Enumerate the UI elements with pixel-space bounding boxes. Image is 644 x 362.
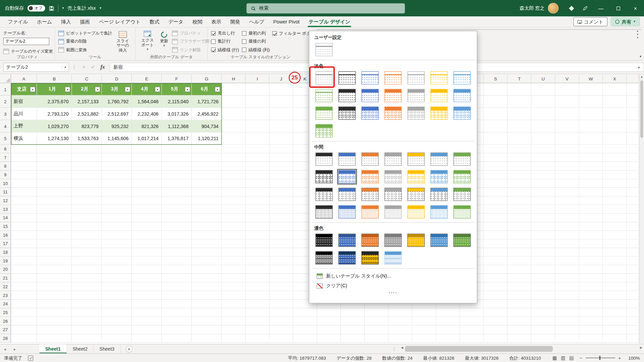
accessibility-icon[interactable] [28,355,33,361]
cell-G6[interactable] [192,145,222,154]
cell-V17[interactable] [555,239,579,248]
cell-E18[interactable] [132,248,162,257]
cell-Q27[interactable] [436,325,460,334]
new-table-style-menu-item[interactable]: 新しいテーブル スタイル(N)... [314,271,472,281]
cell-H12[interactable] [222,196,246,205]
row-header-13[interactable]: 13 [0,205,11,214]
cell-C23[interactable] [72,291,102,300]
cell-W18[interactable] [579,248,603,257]
cell-I18[interactable] [246,248,269,257]
cell-L26[interactable] [317,317,341,325]
cell-X28[interactable] [603,334,627,343]
cell-V8[interactable] [555,162,579,171]
table-style-swatch[interactable] [314,105,334,121]
cell-S18[interactable] [484,248,507,257]
cell-X8[interactable] [603,162,627,171]
cell-F17[interactable] [162,239,192,248]
cell-E26[interactable] [132,317,162,325]
table-cell[interactable]: 2,115,040 [162,96,192,108]
row-header-25[interactable]: 25 [0,308,11,317]
ribbon-tab-1[interactable]: ホーム [33,16,57,27]
cell-G8[interactable] [192,162,222,171]
cell-X17[interactable] [603,239,627,248]
cell-D19[interactable] [102,257,132,265]
cell-C8[interactable] [72,162,102,171]
cell-K26[interactable] [293,317,317,325]
cell-H9[interactable] [222,171,246,179]
cell-W10[interactable] [579,179,603,188]
cell-V6[interactable] [555,145,579,154]
horizontal-scroll-thumb[interactable] [405,346,553,352]
cell-W14[interactable] [579,214,603,222]
cell-V3[interactable] [555,108,579,120]
cell-V14[interactable] [555,214,579,222]
cell-A27[interactable] [11,325,37,334]
ribbon-tab-11[interactable]: Power Pivot [269,16,304,27]
document-title[interactable]: 売上集計.xlsx [67,5,96,11]
table-cell[interactable]: 1,029,270 [37,120,72,132]
cell-N25[interactable] [365,308,388,317]
row-header-24[interactable]: 24 [0,300,11,308]
cell-D28[interactable] [102,334,132,343]
table-cell[interactable]: 1,376,817 [162,132,192,145]
cell-T19[interactable] [507,257,531,265]
cell-T10[interactable] [507,179,531,188]
cell-D15[interactable] [102,222,132,231]
table-cell[interactable]: 横浜 [11,132,37,145]
cell-S28[interactable] [484,334,507,343]
zoom-level[interactable]: 100% [624,355,640,360]
cell-X26[interactable] [603,317,627,325]
insert-slicer-button[interactable]: スライサーの挿入 [114,29,132,54]
styles-more-icon[interactable]: ▾ [634,36,641,40]
column-header-T[interactable]: T [507,74,531,83]
cell-U25[interactable] [531,308,555,317]
cell-B11[interactable] [37,188,72,196]
cell-C15[interactable] [72,222,102,231]
cell-I3[interactable] [246,108,269,120]
cell-E19[interactable] [132,257,162,265]
ribbon-tab-0[interactable]: ファイル [3,16,33,27]
cell-C14[interactable] [72,214,102,222]
cell-W26[interactable] [579,317,603,325]
table-cell[interactable]: 上野 [11,120,37,132]
cell-B24[interactable] [37,300,72,308]
table-style-swatch[interactable] [337,105,357,121]
cell-I28[interactable] [246,334,269,343]
cell-J6[interactable] [269,145,293,154]
cell-X2[interactable] [603,96,627,108]
row-header-6[interactable]: 6 [0,145,11,154]
cell-A19[interactable] [11,257,37,265]
cell-x24[interactable] [627,300,639,308]
cell-V9[interactable] [555,171,579,179]
cell-M27[interactable] [341,325,365,334]
cell-X24[interactable] [603,300,627,308]
table-cell[interactable]: 1,112,368 [162,120,192,132]
cell-x12[interactable] [627,196,639,205]
cell-I4[interactable] [246,120,269,132]
table-style-swatch[interactable] [314,88,334,103]
sheet-nav-left-icon[interactable]: ◂ [0,347,10,351]
cell-S23[interactable] [484,291,507,300]
cell-J25[interactable] [269,308,293,317]
cell-T8[interactable] [507,162,531,171]
cell-V19[interactable] [555,257,579,265]
cell-T3[interactable] [507,108,531,120]
cell-T7[interactable] [507,153,531,162]
cell-D25[interactable] [102,308,132,317]
cell-H16[interactable] [222,231,246,240]
cell-S2[interactable] [484,96,507,108]
cell-S14[interactable] [484,214,507,222]
scroll-left-icon[interactable]: ◀ [399,346,405,349]
cell-X12[interactable] [603,196,627,205]
cell-F24[interactable] [162,300,192,308]
cell-F13[interactable] [162,205,192,214]
cell-J20[interactable] [269,265,293,274]
cell-F15[interactable] [162,222,192,231]
cell-D24[interactable] [102,300,132,308]
cell-F7[interactable] [162,153,192,162]
table-cell[interactable]: 2,157,133 [72,96,102,108]
table-style-swatch[interactable] [429,169,449,184]
file-title-caret-icon[interactable]: ▾ [100,7,101,10]
cell-H17[interactable] [222,239,246,248]
table-style-swatch[interactable] [383,70,403,85]
